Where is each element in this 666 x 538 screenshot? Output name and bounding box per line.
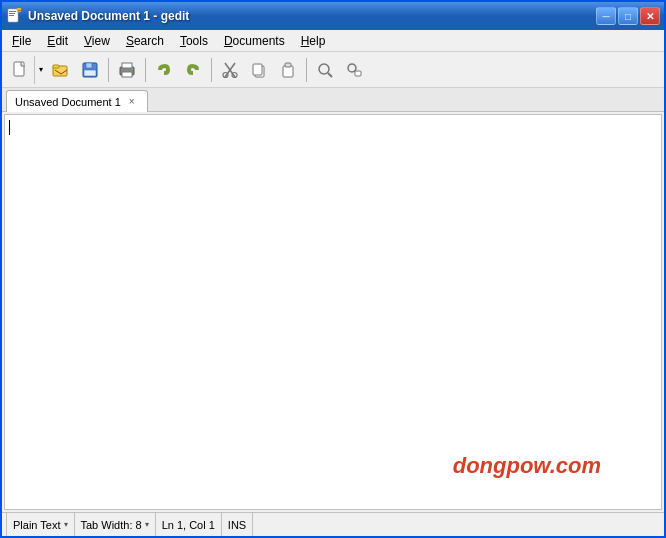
- redo-button[interactable]: [179, 56, 207, 84]
- find-button[interactable]: [311, 56, 339, 84]
- menu-search[interactable]: Search: [118, 30, 172, 51]
- window-controls: ─ □ ✕: [596, 7, 660, 25]
- print-button[interactable]: [113, 56, 141, 84]
- svg-line-27: [328, 73, 332, 77]
- cut-button[interactable]: [216, 56, 244, 84]
- undo-button[interactable]: [150, 56, 178, 84]
- svg-rect-14: [122, 72, 132, 77]
- tab-close-button[interactable]: ×: [125, 95, 139, 109]
- svg-rect-24: [283, 66, 293, 77]
- svg-rect-23: [253, 64, 262, 75]
- app-icon: ✏: [6, 8, 22, 24]
- menu-help[interactable]: Help: [293, 30, 334, 51]
- menu-view[interactable]: View: [76, 30, 118, 51]
- minimize-button[interactable]: ─: [596, 7, 616, 25]
- position-label: Ln 1, Col 1: [162, 519, 215, 531]
- maximize-button[interactable]: □: [618, 7, 638, 25]
- toolbar-sep-1: [108, 58, 109, 82]
- tab-width-dropdown-arrow: ▾: [145, 520, 149, 529]
- language-label: Plain Text: [13, 519, 61, 531]
- toolbar-sep-2: [145, 58, 146, 82]
- svg-rect-2: [9, 13, 15, 14]
- toolbar-sep-4: [306, 58, 307, 82]
- tab-width-section[interactable]: Tab Width: 8 ▾: [75, 513, 156, 536]
- language-section[interactable]: Plain Text ▾: [6, 513, 75, 536]
- svg-rect-1: [9, 11, 16, 12]
- language-dropdown-arrow: ▾: [64, 520, 68, 529]
- window-title: Unsaved Document 1 - gedit: [28, 9, 596, 23]
- save-file-button[interactable]: [76, 56, 104, 84]
- svg-rect-3: [9, 15, 14, 16]
- tab-width-label: Tab Width: 8: [81, 519, 142, 531]
- ins-label: INS: [228, 519, 246, 531]
- tab-width-selector[interactable]: Tab Width: 8 ▾: [81, 519, 149, 531]
- svg-rect-30: [355, 71, 361, 76]
- new-button-group: ▾: [6, 56, 46, 84]
- titlebar: ✏ Unsaved Document 1 - gedit ─ □ ✕: [2, 2, 664, 30]
- svg-point-28: [348, 64, 356, 72]
- menu-edit-label: Edit: [47, 34, 68, 48]
- replace-button[interactable]: [340, 56, 368, 84]
- paste-button[interactable]: [274, 56, 302, 84]
- toolbar: ▾: [2, 52, 664, 88]
- menu-tools-label: Tools: [180, 34, 208, 48]
- menu-edit[interactable]: Edit: [39, 30, 76, 51]
- svg-rect-8: [53, 65, 59, 68]
- open-file-button[interactable]: [47, 56, 75, 84]
- close-button[interactable]: ✕: [640, 7, 660, 25]
- svg-rect-15: [131, 68, 133, 70]
- document-tab[interactable]: Unsaved Document 1 ×: [6, 90, 148, 112]
- ins-section: INS: [222, 513, 253, 536]
- menu-documents[interactable]: Documents: [216, 30, 293, 51]
- svg-rect-25: [285, 63, 291, 67]
- copy-button[interactable]: [245, 56, 273, 84]
- statusbar: Plain Text ▾ Tab Width: 8 ▾ Ln 1, Col 1 …: [2, 512, 664, 536]
- svg-rect-13: [122, 63, 132, 68]
- new-file-dropdown-arrow[interactable]: ▾: [34, 56, 46, 84]
- text-editor[interactable]: dongpow.com: [4, 114, 662, 510]
- watermark: dongpow.com: [453, 453, 601, 479]
- new-file-button[interactable]: [6, 56, 34, 84]
- svg-rect-11: [84, 70, 96, 76]
- svg-rect-10: [86, 63, 92, 68]
- editor-cursor-line: [9, 119, 657, 135]
- toolbar-sep-3: [211, 58, 212, 82]
- menubar: File Edit View Search Tools Documents He…: [2, 30, 664, 52]
- tab-label: Unsaved Document 1: [15, 96, 121, 108]
- menu-view-label: View: [84, 34, 110, 48]
- menu-file-label: File: [12, 34, 31, 48]
- menu-search-label: Search: [126, 34, 164, 48]
- language-selector[interactable]: Plain Text ▾: [13, 519, 68, 531]
- menu-documents-label: Documents: [224, 34, 285, 48]
- menu-file[interactable]: File: [4, 30, 39, 51]
- tabs-bar: Unsaved Document 1 ×: [2, 88, 664, 112]
- main-window: ✏ Unsaved Document 1 - gedit ─ □ ✕ File …: [0, 0, 666, 538]
- menu-help-label: Help: [301, 34, 326, 48]
- menu-tools[interactable]: Tools: [172, 30, 216, 51]
- text-cursor: [9, 120, 10, 135]
- position-section: Ln 1, Col 1: [156, 513, 222, 536]
- svg-point-26: [319, 64, 329, 74]
